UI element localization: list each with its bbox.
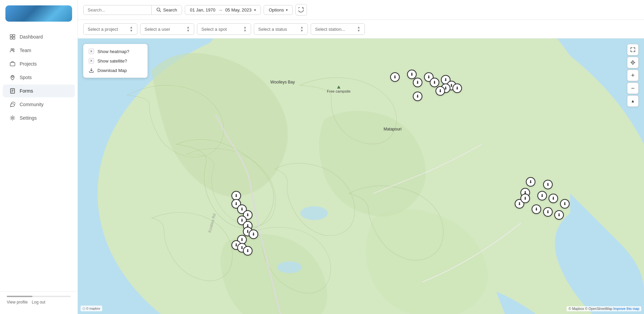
svg-point-7 xyxy=(12,76,14,78)
map-marker[interactable]: ⬇ xyxy=(430,78,439,87)
filter-station[interactable]: Select station... ▲▼ xyxy=(311,23,365,35)
mapbox-logo: ⬡ © mapbox xyxy=(81,306,102,311)
compass-button[interactable]: ▲ xyxy=(627,95,639,107)
topbar: Search 01 Jan, 1970 → 05 May, 2023 ▾ Opt… xyxy=(78,0,644,20)
filter-user[interactable]: Select a user ▲▼ xyxy=(140,23,194,35)
team-icon xyxy=(9,47,16,53)
zoom-in-button[interactable]: + xyxy=(627,70,639,81)
svg-rect-6 xyxy=(10,63,15,66)
map-marker[interactable]: ⬇ xyxy=(249,230,258,239)
filter-arrows-icon: ▲▼ xyxy=(130,26,133,32)
map-marker[interactable]: ⬇ xyxy=(436,86,445,96)
view-profile-link[interactable]: View profile xyxy=(7,300,28,305)
options-chevron-icon: ▾ xyxy=(286,8,288,12)
sidebar-item-label: Forms xyxy=(20,88,33,94)
heatmap-checkbox[interactable]: ✕ xyxy=(89,49,94,54)
sidebar-footer: View profile Log out xyxy=(0,291,77,309)
map-container[interactable]: Koatiea Rd Woolleys Bay Matapouri Free c… xyxy=(78,39,644,314)
sidebar-item-forms[interactable]: Forms xyxy=(3,84,75,97)
filter-arrows-icon: ▲▼ xyxy=(243,26,247,32)
map-marker[interactable]: ⬇ xyxy=(526,177,535,187)
map-marker[interactable]: ⬇ xyxy=(413,92,422,101)
sidebar-item-label: Team xyxy=(20,48,31,53)
svg-point-5 xyxy=(13,49,14,50)
date-start: 01 Jan, 1970 xyxy=(190,7,215,13)
map-marker[interactable]: ⬇ xyxy=(452,83,462,93)
show-satellite-option[interactable]: ✕ Show satellite? xyxy=(85,56,146,66)
sidebar-item-label: Dashboard xyxy=(20,34,43,40)
sidebar-item-label: Spots xyxy=(20,75,32,80)
filter-arrows-icon: ▲▼ xyxy=(186,26,190,32)
sidebar-item-team[interactable]: Team xyxy=(3,44,75,57)
map-marker[interactable]: ⬇ xyxy=(390,72,400,82)
log-out-link[interactable]: Log out xyxy=(32,300,45,305)
sidebar-item-settings[interactable]: Settings xyxy=(3,112,75,124)
fullscreen-icon xyxy=(630,47,635,52)
filter-arrows-icon: ▲▼ xyxy=(300,26,304,32)
sidebar-item-projects[interactable]: Projects xyxy=(3,57,75,70)
map-marker[interactable]: ⬇ xyxy=(549,194,558,203)
sidebar: Dashboard Team Projects Spots xyxy=(0,0,78,314)
filter-arrows-icon: ▲▼ xyxy=(357,26,360,32)
search-button[interactable]: Search xyxy=(151,5,182,15)
sidebar-item-community[interactable]: Community xyxy=(3,98,75,111)
settings-icon xyxy=(9,115,16,121)
filter-status[interactable]: Select a status ▲▼ xyxy=(254,23,308,35)
fullscreen-button[interactable] xyxy=(627,44,639,55)
search-wrapper: Search xyxy=(83,5,182,15)
locate-button[interactable] xyxy=(627,57,639,68)
refresh-button[interactable] xyxy=(295,4,307,16)
zoom-out-button[interactable]: − xyxy=(627,82,639,94)
map-controls: + − ▲ xyxy=(627,44,639,107)
map-marker[interactable]: ⬇ xyxy=(243,246,252,256)
svg-rect-2 xyxy=(10,37,12,39)
map-marker[interactable]: ⬇ xyxy=(520,194,530,203)
sidebar-item-label: Community xyxy=(20,102,44,107)
sidebar-nav: Dashboard Team Projects Spots xyxy=(0,30,77,291)
app-logo xyxy=(5,5,72,22)
map-background: Koatiea Rd Woolleys Bay Matapouri Free c… xyxy=(78,39,644,314)
svg-line-14 xyxy=(160,11,161,12)
svg-point-12 xyxy=(12,117,14,119)
map-marker[interactable]: ⬇ xyxy=(532,204,541,214)
map-marker[interactable]: ⬇ xyxy=(554,210,564,220)
search-input[interactable] xyxy=(84,5,151,15)
sidebar-item-dashboard[interactable]: Dashboard xyxy=(3,30,75,43)
community-icon xyxy=(9,101,16,107)
date-chevron-icon: ▾ xyxy=(254,8,256,12)
map-marker[interactable]: ⬇ xyxy=(543,207,553,217)
filter-spot[interactable]: Select a spot ▲▼ xyxy=(197,23,251,35)
download-icon xyxy=(89,68,94,73)
map-attribution: © Mapbox © OpenStreetMap Improve this ma… xyxy=(567,306,641,311)
svg-rect-1 xyxy=(13,34,15,37)
projects-icon xyxy=(9,61,16,67)
svg-point-4 xyxy=(11,49,13,50)
search-icon xyxy=(156,7,161,12)
spots-icon xyxy=(9,74,16,80)
svg-point-19 xyxy=(277,261,302,273)
date-end: 05 May, 2023 xyxy=(225,7,251,13)
map-marker[interactable]: ⬇ xyxy=(560,199,570,209)
sidebar-item-label: Settings xyxy=(20,115,37,121)
show-heatmap-option[interactable]: ✕ Show heatmap? xyxy=(85,47,146,56)
download-map-option[interactable]: Download Map xyxy=(85,66,146,75)
map-marker[interactable]: ⬇ xyxy=(413,78,422,87)
sidebar-item-spots[interactable]: Spots xyxy=(3,71,75,84)
svg-rect-3 xyxy=(13,37,15,39)
map-marker[interactable]: ⬇ xyxy=(543,180,553,189)
map-svg: Koatiea Rd xyxy=(78,39,644,314)
dashboard-icon xyxy=(9,34,16,40)
filter-project[interactable]: Select a project ▲▼ xyxy=(83,23,137,35)
svg-rect-0 xyxy=(10,34,12,37)
date-range-button[interactable]: 01 Jan, 1970 → 05 May, 2023 ▾ xyxy=(185,5,261,15)
map-marker[interactable]: ⬇ xyxy=(537,191,547,200)
map-options-panel: ✕ Show heatmap? ✕ Show satellite? Downlo… xyxy=(83,44,148,78)
forms-icon xyxy=(9,88,16,94)
options-button[interactable]: Options ▾ xyxy=(264,5,293,15)
main-content: Search 01 Jan, 1970 → 05 May, 2023 ▾ Opt… xyxy=(78,0,644,314)
satellite-checkbox[interactable]: ✕ xyxy=(89,58,94,64)
svg-point-18 xyxy=(301,206,328,220)
map-marker[interactable]: ⬇ xyxy=(407,70,417,79)
refresh-icon xyxy=(298,7,304,13)
improve-map-link[interactable]: Improve this map xyxy=(613,307,639,311)
